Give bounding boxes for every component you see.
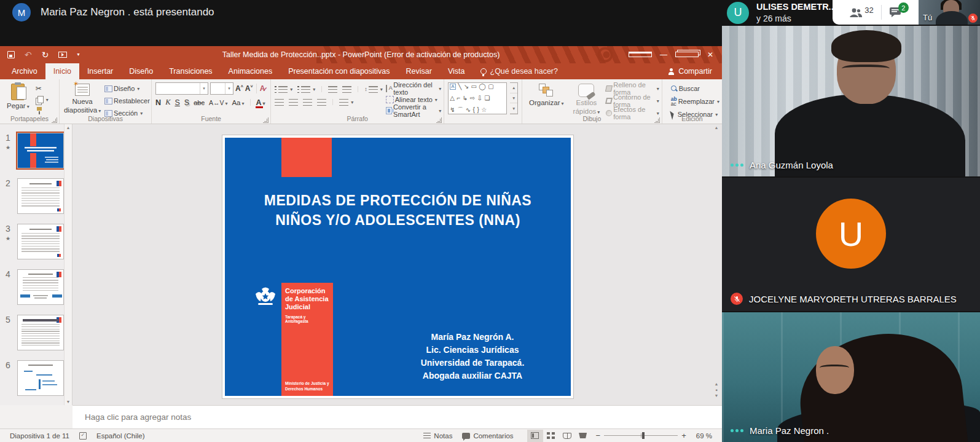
- slide-author-block[interactable]: María Paz Negrón A.Lic. Ciencias Jurídic…: [390, 331, 555, 382]
- start-slideshow-icon[interactable]: [58, 52, 67, 58]
- underline-button[interactable]: S: [174, 98, 179, 107]
- zoom-slider-handle[interactable]: [642, 432, 645, 439]
- shape-brace-left-icon[interactable]: {: [473, 107, 475, 113]
- video-tile-ana[interactable]: Ana Guzmán Loyola: [722, 26, 980, 176]
- chat-button[interactable]: 2: [882, 7, 910, 18]
- increase-font-size-button[interactable]: A˄: [235, 84, 243, 93]
- columns-button[interactable]: ▾: [339, 98, 353, 106]
- bullets-button[interactable]: ▾: [275, 85, 292, 93]
- decrease-indent-button[interactable]: [328, 85, 337, 93]
- shape-rounded-rectangle-icon[interactable]: ▢: [488, 84, 493, 90]
- zoom-out-button[interactable]: −: [596, 431, 601, 440]
- slide-thumbnail-6[interactable]: [17, 360, 64, 396]
- arrange-button[interactable]: Organizar▾: [526, 82, 567, 108]
- shape-star-icon[interactable]: ☆: [481, 107, 487, 113]
- tab-revisar[interactable]: Revisar: [398, 63, 440, 79]
- quick-styles-button[interactable]: Estilos rápidos▾: [570, 82, 603, 117]
- clear-formatting-button[interactable]: A̷: [260, 84, 265, 93]
- shape-right-arrow-icon[interactable]: ⇨: [470, 95, 475, 101]
- video-tile-maria[interactable]: Maria Paz Negron .: [722, 312, 980, 442]
- layout-button[interactable]: Diseño▾: [104, 84, 150, 93]
- align-text-button[interactable]: Alinear texto▾: [386, 95, 442, 104]
- align-right-button[interactable]: [303, 98, 312, 106]
- slide-thumbnail-4[interactable]: [17, 269, 64, 305]
- text-direction-button[interactable]: Dirección del texto▾: [386, 84, 442, 93]
- reset-button[interactable]: Restablecer: [104, 97, 150, 105]
- shape-scribble-icon[interactable]: ↯: [450, 107, 455, 113]
- tab-inicio[interactable]: Inicio: [45, 63, 79, 79]
- shape-elbow-arrow-icon[interactable]: ↳: [463, 95, 468, 101]
- tab-archivo[interactable]: Archivo: [4, 63, 45, 79]
- save-icon[interactable]: [7, 51, 15, 58]
- strikethrough-button[interactable]: abc: [194, 99, 205, 106]
- tab-diseño[interactable]: Diseño: [121, 63, 161, 79]
- slide-thumbnail-3[interactable]: [17, 224, 64, 259]
- editor-scroll-up-icon[interactable]: ▲: [712, 125, 721, 130]
- decrease-font-size-button[interactable]: A˅: [245, 84, 253, 93]
- video-tile-jocelyne[interactable]: U JOCELYNE MARYORETH UTRERAS BARRALES: [722, 178, 980, 311]
- reading-view-button[interactable]: [559, 430, 575, 442]
- shape-curve-icon[interactable]: ∿: [466, 107, 471, 113]
- tab-transiciones[interactable]: Transiciones: [161, 63, 220, 79]
- clipboard-dialog-launcher[interactable]: [52, 117, 57, 123]
- shape-line-icon[interactable]: ╲: [458, 84, 461, 90]
- paragraph-dialog-launcher[interactable]: [436, 117, 442, 123]
- slide-canvas[interactable]: MEDIDAS DE PROTECCIÓN DE NIÑAS NIÑOS Y/O…: [222, 135, 573, 398]
- previous-slide-button[interactable]: ▲: [712, 381, 721, 387]
- bold-button[interactable]: N: [155, 98, 161, 107]
- spell-check-button[interactable]: [74, 432, 92, 440]
- increase-indent-button[interactable]: [342, 85, 351, 93]
- align-left-button[interactable]: [275, 98, 284, 106]
- slideshow-view-button[interactable]: [575, 430, 591, 442]
- line-spacing-button[interactable]: ↕▾: [364, 85, 383, 93]
- change-case-button[interactable]: Aa▾: [232, 99, 244, 106]
- shape-outline-button[interactable]: Contorno de forma▾: [606, 97, 659, 105]
- comments-toggle-button[interactable]: Comentarios: [457, 432, 518, 440]
- tell-me-box[interactable]: ¿Qué desea hacer?: [473, 63, 566, 79]
- share-button[interactable]: Compartir: [658, 63, 722, 79]
- slide-sorter-view-button[interactable]: [543, 430, 559, 442]
- shape-elbow-icon[interactable]: ⌐: [457, 95, 460, 101]
- editor-scrollbar[interactable]: ▲ ▲ ■ ▼: [712, 125, 721, 399]
- font-dialog-launcher[interactable]: [263, 117, 269, 123]
- presenter-chip[interactable]: U ULISES DEMETR... y 26 más: [727, 1, 836, 24]
- participants-button[interactable]: 32: [841, 7, 880, 18]
- self-video-tile[interactable]: Tú: [919, 0, 980, 25]
- copy-button[interactable]: ▾: [36, 95, 49, 104]
- new-slide-button[interactable]: Nueva diapositiva▾: [63, 82, 101, 116]
- redo-icon[interactable]: ↻: [42, 50, 49, 59]
- align-center-button[interactable]: [289, 98, 298, 106]
- shapes-gallery[interactable]: A ╲ ↘ ▭ ◯ ▢ △ ⌐ ↳ ⇨ ⇩ ❏: [448, 82, 507, 114]
- tab-presentación-con-diapositivas[interactable]: Presentación con diapositivas: [280, 63, 398, 79]
- cut-button[interactable]: ✂: [36, 84, 49, 93]
- restore-button[interactable]: [675, 46, 699, 63]
- replace-button[interactable]: abacReemplazar▾: [671, 97, 719, 106]
- thumbnail-scrollbar[interactable]: ▲ ▼: [64, 124, 72, 405]
- shape-oval-icon[interactable]: ◯: [479, 84, 486, 90]
- shape-text-box-icon[interactable]: A: [450, 84, 455, 90]
- numbering-button[interactable]: ▾: [297, 85, 315, 93]
- language-indicator[interactable]: Español (Chile): [92, 432, 150, 440]
- ribbon-display-options-button[interactable]: [629, 46, 652, 63]
- font-name-combo[interactable]: ▾: [155, 82, 208, 95]
- customize-qat-icon[interactable]: ▾: [77, 52, 79, 57]
- character-spacing-button[interactable]: A↔V▾: [209, 99, 228, 106]
- justify-button[interactable]: [317, 98, 326, 106]
- thumbnail-scroll-down-icon[interactable]: ▼: [66, 400, 71, 404]
- slide-thumbnail-5[interactable]: [17, 315, 64, 350]
- shape-arc-icon[interactable]: ⌒: [457, 107, 463, 113]
- shapes-scroll-up-button[interactable]: ▲: [510, 83, 517, 93]
- paste-button[interactable]: Pegar▾: [4, 82, 33, 111]
- shape-callout-icon[interactable]: ❏: [485, 95, 490, 101]
- notes-toggle-button[interactable]: Notas: [418, 432, 457, 440]
- shape-brace-right-icon[interactable]: }: [477, 107, 479, 113]
- find-button[interactable]: Buscar: [671, 84, 719, 93]
- shape-arrow-icon[interactable]: ↘: [464, 84, 469, 90]
- format-painter-button[interactable]: [36, 106, 49, 115]
- shape-fill-button[interactable]: Relleno de forma▾: [606, 84, 659, 93]
- font-color-button[interactable]: A▾: [256, 98, 265, 107]
- shape-rectangle-icon[interactable]: ▭: [471, 84, 477, 90]
- italic-button[interactable]: K: [165, 98, 170, 107]
- next-slide-button[interactable]: ▼: [712, 392, 721, 399]
- tab-insertar[interactable]: Insertar: [79, 63, 121, 79]
